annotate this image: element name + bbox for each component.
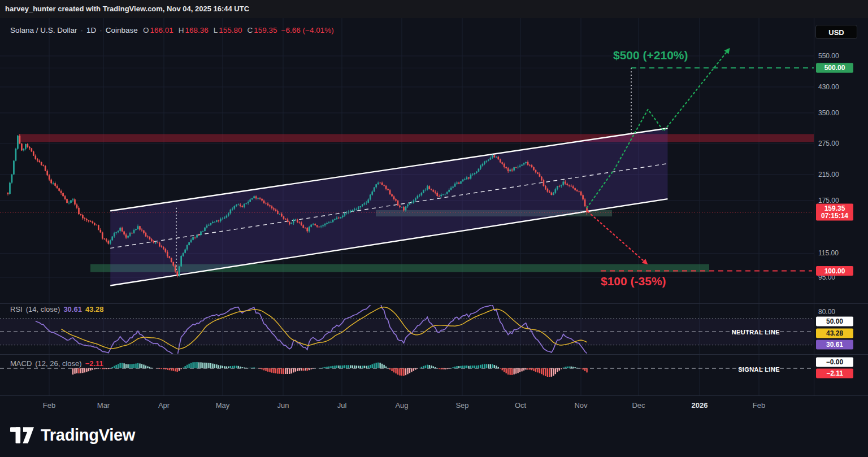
high-label: H — [179, 26, 184, 34]
rsi-title-row: RSI(14, close)30.6143.28 — [10, 305, 107, 314]
svg-text:Nov: Nov — [574, 401, 588, 410]
close-value: 159.35 — [254, 26, 277, 34]
svg-text:−2.11: −2.11 — [826, 369, 843, 377]
svg-text:115.00: 115.00 — [818, 249, 839, 257]
target-up-annotation[interactable]: $500 (+210%) — [613, 49, 688, 62]
exchange-label[interactable]: Coinbase — [106, 26, 138, 34]
attribution-bar: harvey_hunter created with TradingView.c… — [0, 0, 868, 18]
rsi-params: (14, close) — [26, 305, 60, 314]
separator: · — [81, 26, 84, 34]
separator: · — [99, 26, 102, 34]
macd-value: −2.11 — [85, 359, 103, 368]
rsi-label[interactable]: RSI — [10, 305, 23, 314]
currency-toggle-button[interactable]: USD — [815, 25, 857, 39]
price-badge-100.00[interactable]: 100.00 — [816, 266, 853, 276]
svg-text:350.00: 350.00 — [818, 109, 839, 117]
rsi-badge-value[interactable]: 30.61 — [816, 340, 853, 350]
price-badge-159.35[interactable]: 159.3507:15:14 — [816, 204, 853, 221]
svg-text:May: May — [216, 401, 230, 410]
chart-canvas[interactable]: 550.00430.00350.00275.00215.00175.00115.… — [0, 18, 868, 414]
brand-footer: TradingView — [0, 414, 868, 457]
svg-text:07:15:14: 07:15:14 — [821, 212, 848, 220]
close-label: C — [248, 26, 253, 34]
svg-text:215.00: 215.00 — [818, 171, 839, 179]
open-value: 166.01 — [150, 26, 173, 34]
svg-text:80.00: 80.00 — [818, 308, 835, 316]
svg-text:Sep: Sep — [455, 401, 468, 410]
low-value: 155.80 — [219, 26, 242, 34]
macd-badge-value[interactable]: −2.11 — [816, 369, 853, 378]
svg-text:43.28: 43.28 — [826, 329, 843, 337]
svg-text:Mar: Mar — [97, 401, 110, 410]
attribution-text: harvey_hunter created with TradingView.c… — [5, 5, 249, 13]
tradingview-chart-screen: harvey_hunter created with TradingView.c… — [0, 0, 868, 457]
target-down-annotation[interactable]: $100 (-35%) — [601, 275, 666, 288]
macd-title-row: MACD(12, 26, close)−2.11 — [10, 359, 107, 368]
change-value: −6.66 (−4.01%) — [281, 26, 334, 34]
zone-resistance[interactable] — [19, 134, 814, 142]
svg-text:−0.00: −0.00 — [826, 358, 844, 366]
svg-text:275.00: 275.00 — [818, 140, 839, 147]
svg-text:500.00: 500.00 — [824, 64, 845, 72]
rsi-badge-ma[interactable]: 43.28 — [816, 329, 853, 338]
svg-text:Feb: Feb — [43, 401, 55, 410]
svg-text:100.00: 100.00 — [824, 267, 845, 275]
svg-text:175.00: 175.00 — [818, 197, 839, 204]
svg-text:50.00: 50.00 — [826, 317, 843, 325]
svg-text:159.35: 159.35 — [824, 204, 845, 212]
svg-text:Jul: Jul — [337, 401, 347, 410]
svg-text:430.00: 430.00 — [818, 83, 839, 91]
symbol-title[interactable]: Solana / U.S. Dollar — [10, 26, 77, 34]
svg-text:Apr: Apr — [158, 401, 170, 410]
tradingview-logo-icon[interactable] — [10, 426, 34, 445]
neutral-line-label[interactable]: NEUTRAL LINE — [689, 329, 780, 336]
svg-text:Dec: Dec — [632, 401, 645, 410]
high-value: 168.36 — [185, 26, 208, 34]
low-label: L — [214, 26, 218, 34]
macd-params: (12, 26, close) — [35, 359, 81, 368]
interval-label[interactable]: 1D — [86, 26, 96, 34]
svg-text:Aug: Aug — [395, 401, 408, 410]
symbol-header: Solana / U.S. Dollar·1D·CoinbaseO166.01H… — [10, 26, 334, 34]
svg-text:Oct: Oct — [515, 401, 527, 410]
svg-text:Feb: Feb — [753, 401, 765, 410]
rsi-ma-value: 43.28 — [85, 305, 104, 314]
open-label: O — [143, 26, 149, 34]
svg-text:Jun: Jun — [277, 401, 289, 410]
rsi-value: 30.61 — [63, 305, 82, 314]
brand-name[interactable]: TradingView — [41, 426, 135, 445]
macd-label[interactable]: MACD — [10, 359, 32, 368]
svg-text:30.61: 30.61 — [826, 341, 843, 349]
macd-badge-zero[interactable]: −0.00 — [816, 358, 853, 367]
signal-line-label[interactable]: SIGNAL LINE — [689, 366, 780, 373]
rsi-badge-neutral[interactable]: 50.00 — [816, 317, 853, 327]
price-badge-500.00[interactable]: 500.00 — [816, 63, 853, 73]
svg-text:2026: 2026 — [692, 401, 708, 410]
svg-text:550.00: 550.00 — [818, 52, 839, 60]
